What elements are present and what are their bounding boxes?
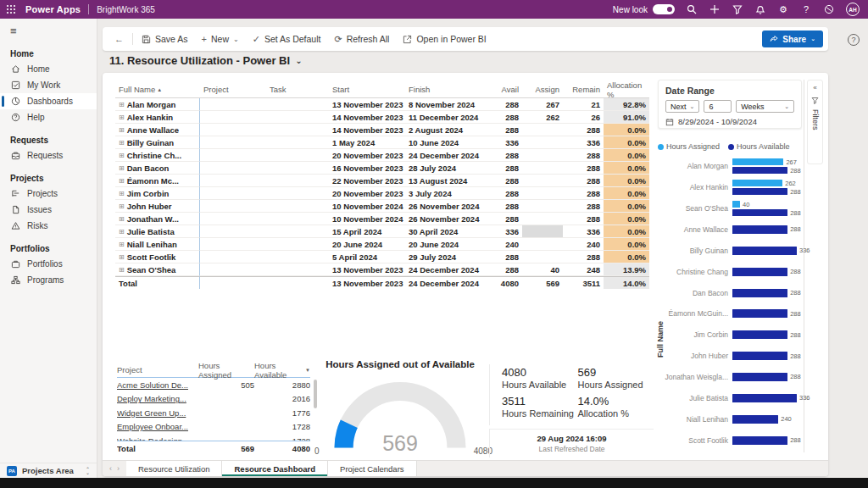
expand-filters-chevron-icon[interactable]: « xyxy=(813,84,816,92)
hours-available-bar[interactable] xyxy=(732,225,787,234)
sidebar-item-help[interactable]: Help xyxy=(0,109,97,125)
sidebar-item-issues[interactable]: Issues xyxy=(0,202,97,218)
hours-available-bar[interactable] xyxy=(732,373,787,381)
settings-gear-icon[interactable]: ⚙ xyxy=(777,3,789,15)
area-switcher[interactable]: PA Projects Area ⌃⌄ xyxy=(0,463,97,478)
refresh-all-button[interactable]: ⟳Refresh All xyxy=(327,30,396,48)
sidebar-item-requests[interactable]: Requests xyxy=(0,147,97,164)
report-tab-resource-dashboard[interactable]: Resource Dashboard xyxy=(222,461,328,476)
open-in-power-bi-button[interactable]: Open in Power BI xyxy=(396,30,492,48)
legend-item-hours-available[interactable]: Hours Available xyxy=(728,142,789,151)
filters-pane-collapsed[interactable]: « Filters xyxy=(807,80,823,164)
table-row-name[interactable]: ⊞Anne Wallace xyxy=(115,124,200,136)
date-range-count-input[interactable]: 6 xyxy=(704,100,732,113)
hours-available-bar[interactable] xyxy=(732,352,787,360)
share-button[interactable]: Share ⌄ xyxy=(762,30,823,47)
report-tab-resource-utilization[interactable]: Resource Utilization xyxy=(126,461,222,476)
expand-row-icon[interactable]: ⊞ xyxy=(119,241,125,248)
search-icon[interactable] xyxy=(686,3,698,15)
table-header-remain[interactable]: Remain xyxy=(563,81,604,98)
hours-available-bar[interactable] xyxy=(732,415,778,424)
tabs-scroll-left-icon[interactable]: ‹ xyxy=(109,464,112,473)
table-header-task[interactable]: Task xyxy=(266,81,329,98)
new-button[interactable]: +New⌄ xyxy=(195,30,246,48)
hours-available-bar[interactable] xyxy=(732,330,787,339)
table-header-full-name[interactable]: Full Name▲ xyxy=(115,81,200,98)
hours-available-bar[interactable] xyxy=(732,167,787,174)
project-link[interactable]: Employee Onboar... xyxy=(117,420,198,435)
expand-row-icon[interactable]: ⊞ xyxy=(119,152,125,159)
page-help-icon[interactable]: ? xyxy=(848,34,860,46)
table-row-name[interactable]: ⊞Julie Batista xyxy=(115,225,200,238)
table-row-name[interactable]: ⊞Scott Footlik xyxy=(115,251,200,263)
table-header-assign[interactable]: Assign xyxy=(522,81,563,98)
table-header-allocation-[interactable]: Allocation % xyxy=(604,81,649,98)
back-button[interactable]: ← xyxy=(108,30,131,48)
expand-row-icon[interactable]: ⊞ xyxy=(119,177,125,185)
expand-row-icon[interactable]: ⊞ xyxy=(119,253,125,261)
table-row-name[interactable]: ⊞John Huber xyxy=(115,200,200,213)
expand-row-icon[interactable]: ⊞ xyxy=(119,101,125,108)
sidebar-item-risks[interactable]: Risks xyxy=(0,218,97,234)
expand-row-icon[interactable]: ⊞ xyxy=(119,215,125,223)
expand-row-icon[interactable]: ⊞ xyxy=(119,164,125,172)
table-row-name[interactable]: ⊞Éamonn Mc... xyxy=(115,175,200,187)
hours-available-bar[interactable] xyxy=(732,394,797,402)
table-row-name[interactable]: ⊞Alex Hankin xyxy=(115,111,200,124)
project-table-header-hours-available[interactable]: Hours Available▼ xyxy=(254,363,310,378)
project-link[interactable]: Deploy Marketing... xyxy=(117,392,198,407)
new-look-toggle[interactable] xyxy=(653,4,675,14)
table-header-project[interactable]: Project xyxy=(200,81,266,98)
sidebar-collapse-icon[interactable]: ≡ xyxy=(0,19,97,39)
table-header-start[interactable]: Start xyxy=(329,81,405,98)
expand-row-icon[interactable]: ⊞ xyxy=(119,202,125,210)
sidebar-item-dashboards[interactable]: Dashboards xyxy=(0,93,97,109)
expand-row-icon[interactable]: ⊞ xyxy=(119,266,125,274)
hours-assigned-bar[interactable] xyxy=(732,180,782,186)
expand-row-icon[interactable]: ⊞ xyxy=(119,228,125,236)
table-row-name[interactable]: ⊞Christine Ch... xyxy=(115,149,200,162)
sidebar-item-projects[interactable]: Projects xyxy=(0,186,97,202)
globe-icon[interactable] xyxy=(823,3,835,15)
table-row-name[interactable]: ⊞Jonathan W... xyxy=(115,213,200,225)
table-row-name[interactable]: ⊞Jim Corbin xyxy=(115,187,200,200)
sidebar-item-my-work[interactable]: My Work xyxy=(0,77,97,93)
hours-available-bar[interactable] xyxy=(732,188,787,195)
project-table-header-project[interactable]: Project xyxy=(117,363,198,378)
tabs-scroll-right-icon[interactable]: › xyxy=(117,464,120,473)
expand-row-icon[interactable]: ⊞ xyxy=(119,126,125,134)
table-row-name[interactable]: ⊞Billy Guinan xyxy=(115,136,200,149)
add-icon[interactable] xyxy=(709,3,721,15)
project-link[interactable]: Website Redesign xyxy=(117,434,198,441)
app-launcher-icon[interactable] xyxy=(0,0,22,19)
environment-name[interactable]: BrightWork 365 xyxy=(97,5,155,14)
app-name[interactable]: Power Apps xyxy=(25,4,81,14)
table-total-row-name[interactable]: Total xyxy=(115,276,200,289)
sidebar-item-portfolios[interactable]: Portfolios xyxy=(0,256,97,272)
table-header-avail[interactable]: Avail xyxy=(481,81,522,98)
user-avatar[interactable]: AH xyxy=(846,3,860,16)
help-icon[interactable]: ? xyxy=(800,3,812,15)
table-row-name[interactable]: ⊞Dan Bacon xyxy=(115,162,200,175)
expand-row-icon[interactable]: ⊞ xyxy=(119,139,125,147)
save-as-button[interactable]: Save As xyxy=(135,30,195,48)
hours-available-bar[interactable] xyxy=(732,309,787,318)
hours-available-bar[interactable] xyxy=(732,209,787,216)
expand-row-icon[interactable]: ⊞ xyxy=(119,114,125,121)
table-header-finish[interactable]: Finish xyxy=(405,81,481,98)
project-link[interactable]: Widget Green Up... xyxy=(117,406,198,420)
sidebar-item-home[interactable]: Home xyxy=(0,61,97,77)
notifications-bell-icon[interactable] xyxy=(754,3,766,15)
hours-available-bar[interactable] xyxy=(732,436,787,445)
hours-assigned-bar[interactable] xyxy=(732,201,740,208)
filter-icon[interactable] xyxy=(732,3,743,15)
project-table-header-hours-assigned[interactable]: Hours Assigned xyxy=(198,363,254,378)
hours-available-bar[interactable] xyxy=(732,268,787,276)
hours-available-bar[interactable] xyxy=(732,289,787,297)
hours-available-bar[interactable] xyxy=(732,247,797,255)
hours-assigned-bar[interactable] xyxy=(732,158,783,165)
date-range-unit-select[interactable]: Weeks⌄ xyxy=(736,100,794,113)
table-row-name[interactable]: ⊞Niall Lenihan xyxy=(115,238,200,251)
project-link[interactable]: Acme Solution De... xyxy=(117,378,198,392)
dashboard-selector-chevron-icon[interactable]: ⌄ xyxy=(295,56,302,65)
